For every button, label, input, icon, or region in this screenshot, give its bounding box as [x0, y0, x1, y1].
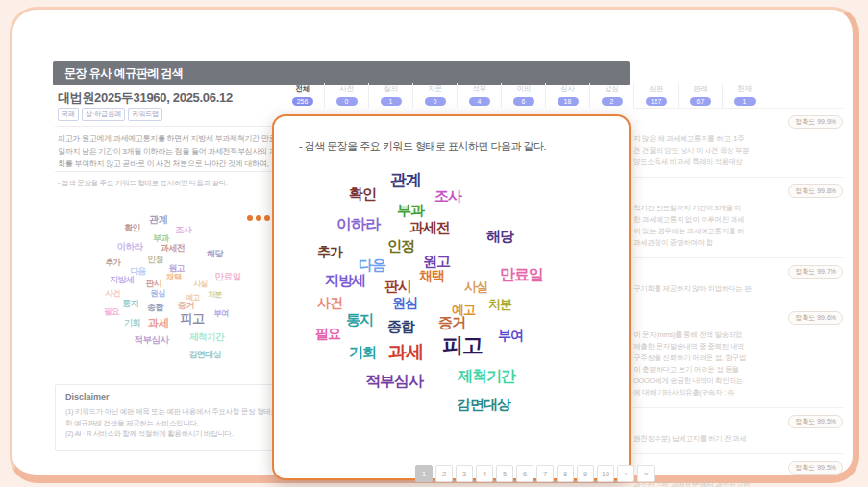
cloud-word: 과세 — [148, 317, 169, 328]
page-button-5[interactable]: 5 — [496, 465, 513, 482]
filter-label: 적부 — [472, 85, 485, 94]
page-nav-button[interactable]: › — [617, 465, 634, 482]
cloud-word: 다음 — [359, 257, 385, 272]
result-item[interactable]: 정확도 99.7%구기회를 제공하지 않아 위법하다는 판 — [633, 257, 843, 304]
cloud-word: 기회 — [124, 319, 140, 328]
page-nav-button[interactable]: » — [637, 465, 655, 482]
page-button-10[interactable]: 10 — [597, 465, 614, 482]
page-title: 문장 유사 예규판례 검색 — [64, 65, 184, 82]
page-button-1[interactable]: 1 — [415, 465, 433, 482]
result-text-line: 이 있는 경우에는 과세예고통지를 하 — [633, 226, 843, 237]
accuracy-badge: 정확도 99.6% — [788, 311, 843, 325]
filter-count-badge: 6 — [513, 97, 534, 106]
result-item[interactable]: 정확도 99.5%원천징수분) 납세고지를 하기 전 과세 — [633, 407, 843, 453]
cloud-word: 부과 — [153, 233, 169, 242]
result-text-line: 구주장을 신뢰하기 어려운 점, 청구법 — [633, 353, 843, 364]
cloud-word: 이하라 — [116, 242, 142, 252]
result-text-line: 한 과세예고통지 없이 이루어진 과세 — [633, 214, 843, 226]
cloud-word: 추가 — [317, 245, 342, 258]
filter-tab-질의[interactable]: 질의1 — [369, 83, 413, 108]
cloud-word: 관계 — [149, 215, 167, 225]
cloud-word: 조사 — [434, 188, 461, 203]
cloud-word: 확인 — [349, 186, 376, 201]
cloud-word: 처분 — [208, 290, 221, 298]
cloud-word: 종합 — [147, 303, 163, 311]
result-item[interactable]: 정확도 99.5%과소신고한 '과세표준'에서 과소신고한양도소득에 대한 소득… — [633, 453, 843, 487]
wordcloud-main: 관계확인조사부과이하라과세전해당추가인정다음원고지방세판시채택사실만료일사건원심… — [289, 166, 616, 454]
cloud-word: 적부심사 — [134, 336, 168, 346]
cloud-word: 기회 — [349, 345, 376, 359]
filter-tab-자문[interactable]: 자문0 — [413, 83, 458, 108]
filter-count-badge: 4 — [469, 97, 490, 106]
filter-label: 이의 — [516, 85, 530, 94]
cloud-word: 해당 — [486, 229, 513, 243]
cloud-word: 부여 — [498, 329, 523, 342]
wordcloud-modal[interactable]: - 검색 문장을 주요 키워드 형태로 표시하면 다음과 같다. 관계확인조사부… — [272, 114, 631, 480]
cloud-word: 다음 — [130, 266, 146, 275]
filter-tab-사전[interactable]: 사전0 — [325, 83, 369, 108]
cloud-word: 판시 — [145, 279, 161, 287]
result-item[interactable]: 정확도 99.9%지 않은 채 과세예고통지를 하고, 1주건 건물의 양도 당… — [633, 108, 843, 177]
accuracy-badge: 정확도 99.7% — [788, 265, 843, 279]
page-button-9[interactable]: 9 — [577, 465, 594, 482]
cloud-word: 부여 — [213, 308, 229, 316]
result-text-line: 이 충분하다고 보기 어려운 점 등을 — [633, 364, 843, 376]
cloud-word: 과세전 — [409, 220, 450, 234]
page-button-2[interactable]: 2 — [435, 465, 453, 482]
filter-tab-감심[interactable]: 감심2 — [590, 83, 634, 108]
cloud-word: 해당 — [207, 249, 223, 257]
cloud-word: 관계 — [390, 172, 421, 188]
filter-count-badge: 67 — [690, 97, 711, 106]
result-text-line: 지 않은 채 과세예고통지를 하고, 1주 — [633, 134, 843, 145]
disclaimer-line: (1) 키워드가 아닌 예판 제목 또는 예판 내용에서 주요사항 문장 형태로… — [65, 406, 294, 428]
filter-tab-적부[interactable]: 적부4 — [458, 83, 502, 108]
filter-tab-헌재[interactable]: 헌재1 — [723, 83, 766, 108]
filter-count-badge: 1 — [381, 97, 402, 106]
cloud-word: 원심 — [392, 296, 417, 309]
cloud-word: 피고 — [442, 335, 483, 356]
page-button-7[interactable]: 7 — [536, 465, 554, 482]
cloud-word: 제척기간 — [458, 369, 515, 384]
filter-tab-이의[interactable]: 이의6 — [502, 83, 546, 108]
cloud-word: 필요 — [315, 327, 340, 340]
result-text-line: 에 대해 기타사외유출(귀속자 : ㈜ — [633, 387, 843, 399]
cloud-word: 제척기간 — [189, 333, 224, 343]
filter-tab-판례[interactable]: 판례67 — [679, 83, 723, 108]
pagination: 12345678910›» — [415, 465, 655, 482]
cloud-word: 지방세 — [325, 273, 365, 287]
filter-count-badge: 0 — [336, 97, 358, 106]
cloud-word: 인정 — [387, 238, 414, 253]
filter-tab-심판[interactable]: 심판157 — [634, 83, 679, 108]
filter-label: 감심 — [605, 85, 618, 94]
result-item[interactable]: 정확도 99.6%이 문자(mms)를 통해 전액 발송되었제출한 문자발송내역… — [633, 304, 843, 407]
case-tag: 키워드맵 — [128, 108, 162, 121]
cloud-word: 사건 — [317, 296, 342, 309]
cloud-word: 원고 — [423, 254, 450, 268]
modal-caption: - 검색 문장을 주요 키워드 형태로 표시하면 다음과 같다. — [299, 139, 546, 154]
result-text-line: 과소신고한 '과세표준'에서 과소신고한 — [633, 479, 843, 487]
result-item[interactable]: 정확도 99.8%척기간 만료일까지 기간이 3개월 이한 과세예고통지 없이 … — [633, 177, 843, 257]
disclaimer-line: (2) AI · R 서비스와 함께 적절하게 활용하시기 바랍니다. — [65, 428, 294, 440]
filter-count-badge: 256 — [292, 97, 313, 106]
cloud-word: 채택 — [166, 273, 182, 280]
filter-count-badge: 18 — [558, 97, 579, 106]
accuracy-badge: 정확도 99.8% — [788, 184, 843, 198]
page-button-6[interactable]: 6 — [516, 465, 533, 482]
page-button-3[interactable]: 3 — [456, 465, 473, 482]
filter-tab-전체[interactable]: 전체256 — [281, 83, 325, 108]
app-window: 문장 유사 예규판례 검색 대법원2025두31960, 2025.06.12 … — [0, 0, 868, 487]
filter-label: 심사 — [560, 85, 574, 94]
cloud-word: 추가 — [105, 258, 120, 266]
cloud-word: 적부심사 — [365, 374, 423, 389]
filter-label: 사전 — [339, 85, 353, 94]
page-button-8[interactable]: 8 — [557, 465, 574, 482]
page-button-4[interactable]: 4 — [476, 465, 493, 482]
filter-tab-심사[interactable]: 심사18 — [546, 83, 590, 108]
result-text-line: 척기간 만료일까지 기간이 3개월 이 — [633, 203, 843, 214]
accuracy-badge: 정확도 99.5% — [788, 415, 843, 428]
cloud-word: 처분 — [488, 298, 511, 310]
filter-label: 헌재 — [737, 85, 751, 94]
category-filter-tabs: 전체256사전0질의1자문0적부4이의6심사18감심2심판157판례67헌재1 — [281, 83, 766, 108]
case-tag: 국패 — [58, 108, 79, 121]
keyword-caption: - 검색 문장을 주요 키워드 형태로 표시하면 다음과 같다. — [58, 179, 228, 188]
